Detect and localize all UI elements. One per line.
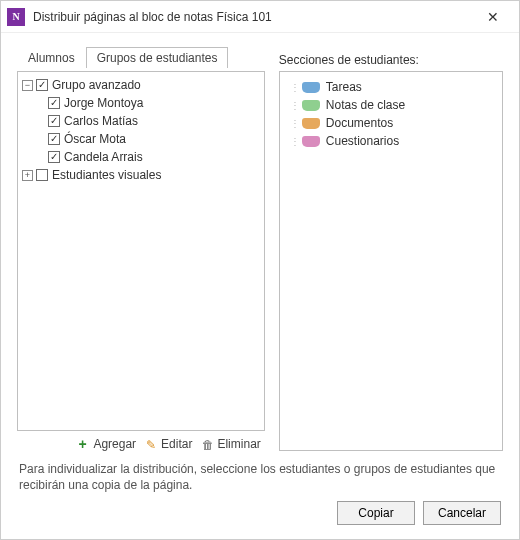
- tree-label: Jorge Montoya: [64, 96, 143, 110]
- trash-icon: 🗑: [202, 438, 214, 450]
- checkbox-student[interactable]: [48, 115, 60, 127]
- tree-dots-icon: ⋮: [290, 118, 300, 129]
- tab-grupos[interactable]: Grupos de estudiantes: [86, 47, 229, 68]
- section-item[interactable]: ⋮ Notas de clase: [284, 96, 498, 114]
- tree-student[interactable]: Candela Arrais: [20, 148, 262, 166]
- section-item[interactable]: ⋮ Cuestionarios: [284, 132, 498, 150]
- pencil-icon: ✎: [146, 438, 158, 450]
- checkbox-student[interactable]: [48, 151, 60, 163]
- left-pane: Alumnos Grupos de estudiantes − Grupo av…: [17, 45, 265, 451]
- window-title: Distribuir páginas al bloc de notas Físi…: [33, 10, 473, 24]
- tree-dots-icon: ⋮: [290, 100, 300, 111]
- close-button[interactable]: ✕: [473, 3, 513, 31]
- tree-label: Estudiantes visuales: [52, 168, 161, 182]
- checkbox-student[interactable]: [48, 133, 60, 145]
- tree-dots-icon: ⋮: [290, 82, 300, 93]
- section-item[interactable]: ⋮ Tareas: [284, 78, 498, 96]
- tree-group-visual[interactable]: + Estudiantes visuales: [20, 166, 262, 184]
- section-color-icon: [302, 82, 320, 93]
- section-label: Notas de clase: [326, 98, 405, 112]
- tree-dots-icon: ⋮: [290, 136, 300, 147]
- checkbox-student[interactable]: [48, 97, 60, 109]
- panes: Alumnos Grupos de estudiantes − Grupo av…: [17, 45, 503, 451]
- add-label: Agregar: [93, 437, 136, 451]
- section-item[interactable]: ⋮ Documentos: [284, 114, 498, 132]
- content-area: Alumnos Grupos de estudiantes − Grupo av…: [1, 33, 519, 539]
- section-color-icon: [302, 118, 320, 129]
- right-pane: Secciones de estudiantes: ⋮ Tareas ⋮ Not…: [279, 45, 503, 451]
- tree-actions: + Agregar ✎ Editar 🗑 Eliminar: [17, 431, 265, 451]
- hint-text: Para individualizar la distribución, sel…: [17, 451, 503, 499]
- checkbox-group-advanced[interactable]: [36, 79, 48, 91]
- tree-label: Grupo avanzado: [52, 78, 141, 92]
- onenote-icon: [7, 8, 25, 26]
- section-color-icon: [302, 100, 320, 111]
- add-group-button[interactable]: + Agregar: [78, 437, 136, 451]
- section-color-icon: [302, 136, 320, 147]
- sections-label: Secciones de estudiantes:: [279, 45, 503, 67]
- section-label: Documentos: [326, 116, 393, 130]
- edit-group-button[interactable]: ✎ Editar: [146, 437, 192, 451]
- sections-list[interactable]: ⋮ Tareas ⋮ Notas de clase ⋮ Documentos: [279, 71, 503, 451]
- tabs: Alumnos Grupos de estudiantes: [17, 45, 265, 67]
- section-label: Tareas: [326, 80, 362, 94]
- groups-tree[interactable]: − Grupo avanzado Jorge Montoya Carlos Ma…: [17, 71, 265, 431]
- tree-student[interactable]: Jorge Montoya: [20, 94, 262, 112]
- tree-label: Candela Arrais: [64, 150, 143, 164]
- copy-button[interactable]: Copiar: [337, 501, 415, 525]
- checkbox-group-visual[interactable]: [36, 169, 48, 181]
- tree-student[interactable]: Carlos Matías: [20, 112, 262, 130]
- edit-label: Editar: [161, 437, 192, 451]
- delete-group-button[interactable]: 🗑 Eliminar: [202, 437, 260, 451]
- section-label: Cuestionarios: [326, 134, 399, 148]
- cancel-button[interactable]: Cancelar: [423, 501, 501, 525]
- tree-student[interactable]: Óscar Mota: [20, 130, 262, 148]
- tree-group-advanced[interactable]: − Grupo avanzado: [20, 76, 262, 94]
- titlebar: Distribuir páginas al bloc de notas Físi…: [1, 1, 519, 33]
- dialog-buttons: Copiar Cancelar: [17, 499, 503, 529]
- collapse-icon[interactable]: −: [22, 80, 33, 91]
- tree-label: Óscar Mota: [64, 132, 126, 146]
- dialog-window: Distribuir páginas al bloc de notas Físi…: [0, 0, 520, 540]
- tab-alumnos[interactable]: Alumnos: [17, 47, 86, 68]
- plus-icon: +: [78, 438, 90, 450]
- expand-icon[interactable]: +: [22, 170, 33, 181]
- delete-label: Eliminar: [217, 437, 260, 451]
- tree-label: Carlos Matías: [64, 114, 138, 128]
